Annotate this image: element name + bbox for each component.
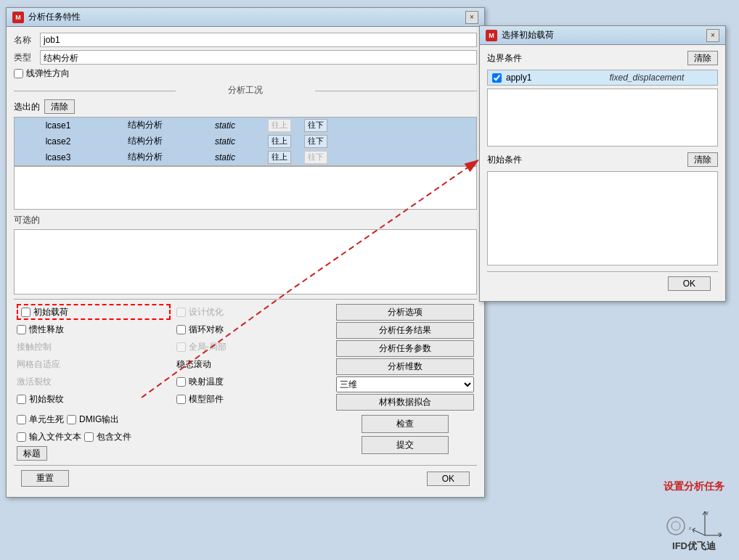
boundary-clear-btn[interactable]: 清除 (687, 51, 718, 65)
analysis-params-btn[interactable]: 分析任务参数 (336, 340, 474, 357)
mesh-adaptive-label: 网格自适应 (17, 358, 60, 371)
case2-down-btn[interactable]: 往下 (304, 135, 327, 148)
case2-up-btn[interactable]: 往上 (268, 135, 291, 148)
logo-area: y x z IFD优飞迪 (664, 508, 724, 553)
name-label: 名称 (14, 34, 40, 46)
svg-point-2 (671, 522, 680, 530)
model-part-label: 模型部件 (189, 393, 224, 405)
name-field-row: 名称 (14, 33, 477, 47)
svg-point-1 (667, 517, 685, 535)
bottom-grid: 初始载荷 惯性释放 接触控制 网格自适应 激活裂纹 初始裂纹 (14, 299, 477, 461)
analysis-results-btn[interactable]: 分析任务结果 (336, 322, 474, 339)
bottom-col1: 初始载荷 惯性释放 接触控制 网格自适应 激活裂纹 初始裂纹 (14, 304, 173, 461)
linear-checkbox[interactable] (14, 69, 23, 78)
design-opt-item: 设计优化 (176, 304, 330, 320)
reset-btn[interactable]: 重置 (21, 470, 69, 487)
second-dialog-close-btn[interactable]: × (706, 29, 719, 42)
type-value: 结构分析 (40, 50, 477, 65)
apply1-checkbox[interactable] (492, 73, 502, 83)
check-btn[interactable]: 检查 (362, 415, 449, 433)
model-part-item: 模型部件 (176, 391, 330, 407)
case2-mode: static (189, 136, 261, 147)
type-field-row: 类型 结构分析 (14, 50, 477, 65)
initial-crack-label: 初始裂纹 (29, 393, 64, 405)
inertia-release-checkbox[interactable] (17, 325, 26, 334)
case1-up-btn[interactable]: 往上 (268, 119, 291, 132)
include-file-checkbox[interactable] (84, 432, 94, 442)
inertia-release-label: 惯性释放 (29, 324, 64, 336)
case3-down-btn-wrap: 往下 (298, 151, 334, 164)
table-row: lcase2 结构分析 static 往上 往下 (15, 133, 476, 149)
input-file-checkbox[interactable] (17, 432, 26, 442)
set-task-text: 设置分析任务 (664, 480, 724, 493)
design-opt-checkbox[interactable] (176, 308, 186, 317)
dim-select[interactable]: 三维 (336, 376, 474, 392)
map-temp-label: 映射温度 (189, 376, 224, 388)
empty-area (14, 166, 477, 210)
global-local-item: 全局-局部 (176, 339, 330, 355)
apply-item-row: apply1 fixed_displacement (487, 70, 718, 86)
initial-label: 初始条件 (487, 154, 522, 166)
main-dialog-close-btn[interactable]: × (465, 11, 478, 24)
bottom-col3: 分析选项 分析任务结果 分析任务参数 分析维数 三维 材料数据拟合 检查 提交 (333, 304, 477, 461)
boundary-empty (487, 88, 718, 147)
cases-table: lcase1 结构分析 static 往上 往下 lcase2 结构分析 sta… (14, 117, 477, 166)
selected-label: 选出的 (14, 101, 40, 113)
initial-clear-btn[interactable]: 清除 (687, 152, 718, 167)
svg-text:z: z (689, 526, 691, 530)
case3-down-btn[interactable]: 往下 (304, 151, 327, 164)
optional-label: 可选的 (14, 214, 477, 226)
case1-up-btn-wrap: 往上 (261, 119, 298, 132)
main-ok-btn[interactable]: OK (427, 472, 470, 486)
elem-death-checkbox[interactable] (17, 415, 26, 424)
title-btn[interactable]: 标题 (17, 446, 47, 461)
mesh-adaptive-item: 网格自适应 (17, 356, 171, 372)
dmig-checkbox[interactable] (67, 415, 76, 424)
case3-up-btn[interactable]: 往上 (268, 151, 291, 164)
initial-load-checkbox[interactable] (21, 308, 30, 317)
initial-load-item: 初始载荷 (17, 304, 171, 320)
logo-graphic: y x z (665, 508, 723, 537)
map-temp-checkbox[interactable] (176, 377, 186, 387)
boundary-label: 边界条件 (487, 52, 522, 65)
cyclic-sym-item: 循环对称 (176, 321, 330, 337)
analysis-dim-btn[interactable]: 分析维数 (336, 358, 474, 375)
case3-mode: static (189, 152, 261, 162)
svg-text:y: y (706, 510, 709, 514)
model-part-checkbox[interactable] (176, 395, 186, 404)
input-file-label: 输入文件文本 (29, 431, 81, 443)
linear-label: 线弹性方向 (26, 67, 70, 80)
optional-table-area (14, 229, 477, 295)
analysis-options-btn[interactable]: 分析选项 (336, 304, 474, 321)
submit-btn[interactable]: 提交 (362, 436, 449, 454)
dmig-label: DMIG输出 (79, 413, 119, 426)
steady-roll-item: 稳态滚动 (176, 356, 330, 372)
name-input[interactable] (40, 33, 477, 47)
table-row: lcase3 结构分析 static 往上 往下 (15, 149, 476, 165)
global-local-checkbox[interactable] (176, 342, 186, 352)
boundary-section-row: 边界条件 清除 (487, 51, 718, 65)
bottom-right-area: 设置分析任务 y x z IFD优飞迪 (664, 480, 724, 553)
case2-down-btn-wrap: 往下 (298, 135, 334, 148)
main-dialog-title: 分析任务特性 (28, 11, 81, 23)
initial-crack-item: 初始裂纹 (17, 391, 171, 407)
cyclic-sym-label: 循环对称 (189, 324, 224, 336)
cyclic-sym-checkbox[interactable] (176, 325, 186, 334)
activate-crack-label: 激活裂纹 (17, 376, 52, 388)
initial-section-row: 初始条件 清除 (487, 152, 718, 167)
initial-load-label: 初始载荷 (33, 306, 68, 318)
svg-line-9 (693, 530, 705, 535)
second-ok-btn[interactable]: OK (668, 276, 711, 291)
elem-death-label: 单元生死 (29, 413, 64, 426)
main-dialog: M 分析任务特性 × 名称 类型 结构分析 线弹性方向 分析工况 选出的 清除 (6, 7, 485, 498)
initial-crack-checkbox[interactable] (17, 395, 26, 404)
case1-type: 结构分析 (102, 119, 189, 131)
material-fit-btn[interactable]: 材料数据拟合 (336, 394, 474, 411)
logo-text: IFD优飞迪 (672, 540, 716, 553)
svg-text:x: x (719, 531, 722, 535)
case2-name: lcase2 (15, 136, 102, 147)
case1-down-btn[interactable]: 往下 (304, 119, 327, 132)
activate-crack-item: 激活裂纹 (17, 374, 171, 390)
clear-btn[interactable]: 清除 (44, 99, 75, 114)
global-local-label: 全局-局部 (189, 341, 226, 353)
